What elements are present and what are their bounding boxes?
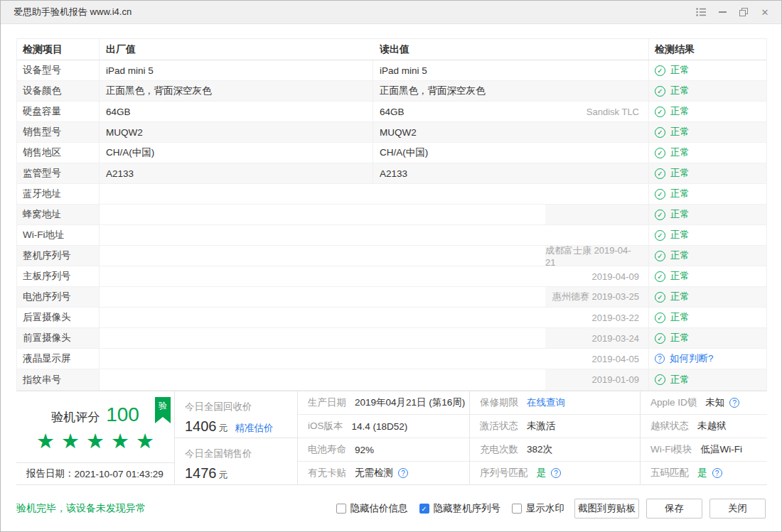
checkbox-box[interactable]: ✓ [419, 504, 429, 514]
row-values: 2019-04-05 [100, 349, 648, 369]
factory-value: A2133 [100, 163, 373, 183]
row-values: iPad mini 5iPad mini 5 [100, 60, 648, 80]
menu-icon[interactable] [690, 1, 712, 24]
row-label: 设备颜色 [17, 81, 100, 101]
help-icon[interactable]: ? [729, 398, 739, 408]
result-label: 正常 [670, 126, 690, 139]
info-row: iOS版本14.4 (18D52) [298, 415, 469, 438]
price-panel: 今日全国回收价 1406 元 精准估价 今日全国销售价 1476 元 [175, 391, 298, 484]
check-circle-icon: ✓ [655, 189, 665, 200]
result-label: 正常 [670, 291, 690, 303]
report-date-row: 报告日期： 2021-10-07 01:43:29 [16, 462, 174, 484]
info-label: iOS版本 [308, 420, 343, 433]
button-area: 截图到剪贴板保存关闭 [564, 499, 766, 519]
how-to-judge-link[interactable]: 如何判断? [670, 352, 714, 365]
question-mark-icon[interactable]: ? [655, 354, 665, 364]
table-row: 销售地区CH/A(中国)CH/A(中国) ✓正常 [17, 143, 766, 163]
hidden-value-area [100, 225, 545, 245]
factory-value: iPad mini 5 [100, 60, 373, 80]
minimize-button[interactable] [712, 1, 733, 24]
result-cell: ?如何判断? [648, 349, 766, 369]
result-cell: ✓正常 [648, 184, 766, 204]
help-icon[interactable]: ? [551, 468, 561, 478]
recycle-price-label: 今日全国回收价 [185, 401, 297, 413]
hidden-value-area [100, 349, 545, 369]
row-values: 2019-04-09 [100, 266, 648, 286]
recycle-price-unit: 元 [219, 422, 228, 435]
checkbox-hide-serial-number[interactable]: ✓隐藏整机序列号 [419, 502, 501, 515]
help-icon[interactable]: ? [712, 468, 722, 478]
info-label: Wi-Fi模块 [650, 443, 692, 456]
info-row: 五码匹配是? [641, 462, 767, 484]
info-value: 未激活 [527, 420, 556, 433]
checkbox-box[interactable] [512, 504, 522, 514]
info-row: Wi-Fi模块低温Wi-Fi [641, 438, 767, 462]
table-row: 主板序列号2019-04-09✓正常 [17, 266, 766, 287]
row-label: 蜂窝地址 [17, 205, 100, 224]
date-note: 2019-03-22 [545, 308, 648, 327]
row-values: 64GB64GBSandisk TLC [100, 102, 648, 121]
info-label: 电池寿命 [308, 443, 346, 456]
restore-button[interactable] [733, 1, 754, 24]
table-row: 设备颜色正面黑色，背面深空灰色正面黑色，背面深空灰色 ✓正常 [17, 81, 766, 102]
window-controls: ✕ [690, 1, 781, 24]
table-row: 后置摄像头2019-03-22✓正常 [17, 308, 766, 328]
info-label: 保修期限 [480, 396, 518, 409]
help-icon[interactable]: ? [398, 468, 408, 478]
info-label: Apple ID锁 [650, 396, 697, 409]
hidden-value-area [100, 369, 545, 390]
result-cell: ✓正常 [648, 205, 766, 224]
check-circle-icon: ✓ [655, 168, 665, 179]
checkbox-label: 隐藏估价信息 [350, 502, 408, 515]
info-value: 14.4 (18D52) [352, 421, 408, 432]
row-label: 设备型号 [17, 60, 100, 80]
checkbox-box[interactable] [336, 504, 346, 514]
row-label: 销售地区 [17, 143, 100, 163]
info-column-3: Apple ID锁未知?越狱状态未越狱Wi-Fi模块低温Wi-Fi五码匹配是? [641, 391, 767, 484]
hidden-value-area [100, 205, 545, 224]
row-label: Wi-Fi地址 [17, 225, 100, 245]
read-value-cell: CH/A(中国) [373, 143, 648, 163]
check-circle-icon: ✓ [655, 374, 665, 385]
read-value: 正面黑色，背面深空灰色 [380, 85, 486, 97]
online-query-link[interactable]: 在线查询 [527, 396, 565, 409]
read-value: A2133 [380, 168, 407, 179]
list-menu-icon [696, 8, 706, 16]
close-button[interactable]: ✕ [754, 1, 776, 24]
read-note [636, 148, 639, 158]
read-value: iPad mini 5 [380, 65, 427, 76]
check-circle-icon: ✓ [655, 107, 665, 117]
result-cell: ✓正常 [648, 60, 766, 80]
sale-price-value: 1476 [185, 465, 217, 482]
save-button[interactable]: 保存 [646, 499, 702, 519]
checkbox-hide-estimate-info[interactable]: 隐藏估价信息 [336, 502, 408, 515]
row-label: 液晶显示屏 [17, 349, 100, 369]
factory-value: MUQW2 [100, 122, 373, 142]
result-cell: ✓正常 [648, 328, 766, 348]
info-label: 序列号匹配 [480, 467, 528, 479]
result-cell: ✓正常 [648, 287, 766, 307]
read-value-cell: 正面黑色，背面深空灰色 [373, 81, 648, 101]
info-label: 生产日期 [308, 396, 346, 409]
info-value: 是 [537, 467, 547, 479]
check-circle-icon: ✓ [655, 127, 665, 138]
row-values: CH/A(中国)CH/A(中国) [100, 143, 648, 163]
table-row: 监管型号A2133A2133 ✓正常 [17, 163, 766, 184]
checkbox-show-watermark[interactable]: 显示水印 [512, 502, 564, 515]
read-value-cell: iPad mini 5 [373, 60, 648, 80]
aisi-report-window: 爱思助手验机报告 www.i4.cn ✕ 检测项目出厂值读出值检测结果设备型号i… [0, 0, 782, 532]
date-note [545, 184, 648, 204]
estimate-link[interactable]: 精准估价 [235, 422, 274, 435]
result-cell: ✓正常 [648, 369, 766, 390]
row-label: 指纹串号 [17, 369, 100, 390]
close-report-button[interactable]: 关闭 [709, 499, 766, 519]
row-values: 2019-01-09 [100, 369, 648, 390]
row-label: 主板序列号 [17, 266, 100, 286]
row-label: 电池序列号 [17, 287, 100, 307]
factory-value: 正面黑色，背面深空灰色 [100, 81, 373, 101]
info-row: 越狱状态未越狱 [641, 415, 767, 438]
sale-price-block: 今日全国销售价 1476 元 [175, 438, 297, 484]
screenshot-to-clipboard-button[interactable]: 截图到剪贴板 [574, 499, 639, 519]
read-value: 64GB [380, 107, 405, 117]
result-label: 正常 [670, 208, 690, 221]
